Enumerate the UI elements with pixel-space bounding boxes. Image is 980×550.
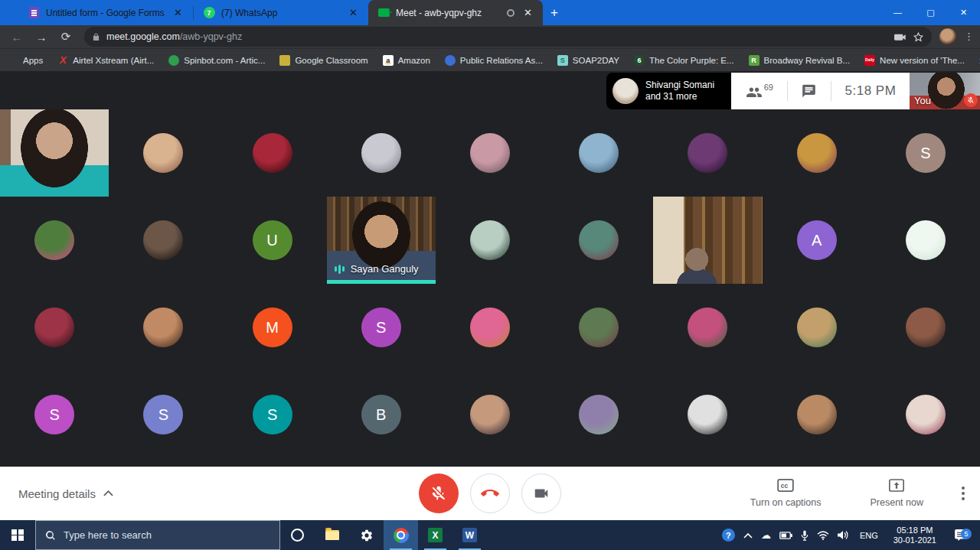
wifi-icon[interactable] [817, 531, 829, 540]
participant-tile[interactable] [436, 109, 544, 197]
participant-tile[interactable] [763, 284, 871, 371]
participant-tile[interactable] [327, 109, 436, 197]
participant-tile[interactable]: Sayan Ganguly [327, 197, 436, 284]
participant-tile[interactable]: A [763, 197, 871, 284]
bookmark-item[interactable]: RBroadway Revival B... [749, 55, 851, 66]
tab-whatsapp[interactable]: 7 (7) WhatsApp ✕ [194, 0, 368, 25]
participant-tile[interactable] [871, 197, 980, 284]
camera-toggle-button[interactable] [521, 474, 561, 513]
gear-icon [360, 529, 374, 542]
bookmark-item[interactable]: Google Classroom [279, 55, 368, 66]
folder-icon [325, 530, 339, 540]
participant-tile[interactable] [544, 197, 653, 284]
participant-tile[interactable] [653, 371, 762, 458]
bookmark-item[interactable]: Public Relations As... [445, 55, 543, 66]
bookmark-item[interactable]: 6The Color Purple: E... [634, 55, 734, 66]
participant-tile[interactable] [871, 284, 980, 371]
participant-tile[interactable] [544, 371, 653, 458]
people-button[interactable]: 69 [745, 84, 773, 98]
forward-icon[interactable]: → [31, 27, 52, 47]
participant-tile[interactable] [436, 197, 544, 284]
back-icon[interactable]: ← [6, 27, 28, 47]
participant-tile[interactable] [653, 284, 762, 371]
search-icon [45, 530, 56, 541]
language-indicator[interactable]: ENG [858, 531, 880, 540]
participants-pill[interactable]: Shivangi Somani and 31 more [606, 73, 731, 109]
search-input[interactable] [64, 529, 247, 541]
more-options-icon[interactable] [962, 487, 965, 500]
microphone-icon[interactable] [801, 530, 808, 541]
bookmark-item[interactable]: aAmazon [383, 55, 430, 66]
participant-tile[interactable] [653, 197, 762, 284]
reload-icon[interactable]: ⟳ [55, 27, 77, 47]
action-center-button[interactable]: 5 [949, 529, 972, 541]
participant-letter-avatar: B [361, 395, 401, 434]
taskbar-search[interactable] [35, 520, 280, 550]
bookmark-item[interactable]: XAirtel Xstream (Airt... [57, 55, 154, 66]
close-tab-icon[interactable]: ✕ [521, 6, 535, 19]
address-bar[interactable]: meet.google.com/awb-yqpv-ghz [84, 27, 932, 47]
participant-tile[interactable] [653, 109, 762, 197]
captions-button[interactable]: cc Turn on captions [750, 479, 822, 508]
tab-meet-active[interactable]: Meet - awb-yqpv-ghz ✕ [368, 0, 543, 25]
present-now-button[interactable]: Present now [871, 479, 923, 508]
participant-tile[interactable] [544, 109, 653, 197]
participant-tile[interactable]: B [327, 371, 436, 458]
start-button[interactable] [0, 520, 35, 550]
participant-tile[interactable]: S [217, 371, 326, 458]
participant-tile[interactable] [544, 284, 653, 371]
bookmark-star-icon[interactable] [913, 31, 924, 43]
bookmark-item[interactable]: Spinbot.com - Artic... [168, 55, 265, 66]
close-window-button[interactable]: ✕ [947, 0, 980, 24]
participant-tile[interactable] [0, 284, 109, 371]
participant-tile[interactable]: S [109, 371, 217, 458]
participant-tile[interactable] [871, 371, 980, 458]
taskbar-chrome[interactable] [384, 520, 418, 550]
tab-google-forms[interactable]: Untitled form - Google Forms ✕ [18, 0, 193, 25]
tray-expand-icon[interactable] [743, 532, 753, 539]
battery-icon[interactable] [779, 532, 792, 539]
participant-tile[interactable] [109, 109, 217, 197]
self-thumbnail[interactable]: You [910, 73, 980, 109]
mute-microphone-button[interactable] [419, 474, 459, 513]
profile-avatar[interactable] [939, 28, 956, 45]
new-tab-button[interactable]: + [543, 5, 569, 25]
participant-tile[interactable]: S [327, 284, 436, 371]
taskbar-excel[interactable]: X [418, 520, 452, 550]
participant-tile[interactable] [109, 197, 217, 284]
taskbar-cortana[interactable] [280, 520, 315, 550]
minimize-button[interactable]: — [881, 0, 914, 24]
participant-tile[interactable]: S [0, 371, 109, 458]
taskbar-settings[interactable] [349, 520, 384, 550]
participant-tile[interactable] [763, 371, 871, 458]
bookmark-item[interactable]: DailyNew version of 'The... [864, 55, 965, 66]
chat-button[interactable] [801, 83, 817, 99]
close-tab-icon[interactable]: ✕ [171, 6, 185, 19]
participant-tile[interactable]: S [871, 109, 980, 197]
camera-in-use-icon[interactable] [894, 32, 906, 41]
participant-tile[interactable] [217, 109, 326, 197]
close-tab-icon[interactable]: ✕ [346, 6, 361, 19]
taskbar-word[interactable]: W [452, 520, 487, 550]
bookmark-item[interactable]: SSOAP2DAY [557, 55, 619, 66]
get-help-icon[interactable]: ? [722, 529, 735, 542]
bookmark-label: Apps [23, 56, 43, 65]
participant-tile[interactable] [436, 371, 544, 458]
participant-tile[interactable] [0, 109, 109, 197]
participant-tile[interactable] [436, 284, 544, 371]
taskbar-clock[interactable]: 05:18 PM 30-01-2021 [889, 526, 941, 545]
participant-tile[interactable] [763, 109, 871, 197]
browser-menu-icon[interactable]: ⋮ [964, 35, 974, 38]
speaker-icon[interactable] [838, 530, 849, 540]
taskbar-file-explorer[interactable] [315, 520, 349, 550]
bookmark-item[interactable]: Apps [8, 55, 43, 66]
participant-tile[interactable] [109, 284, 217, 371]
leave-call-button[interactable] [470, 474, 510, 513]
maximize-button[interactable]: ▢ [914, 0, 947, 24]
onedrive-icon[interactable]: ☁ [761, 529, 771, 541]
participant-tile[interactable] [0, 197, 109, 284]
meeting-details-button[interactable]: Meeting details [18, 467, 113, 520]
participant-tile[interactable]: U [217, 197, 326, 284]
participant-tile[interactable]: M [217, 284, 326, 371]
participant-letter-avatar: S [34, 395, 74, 434]
